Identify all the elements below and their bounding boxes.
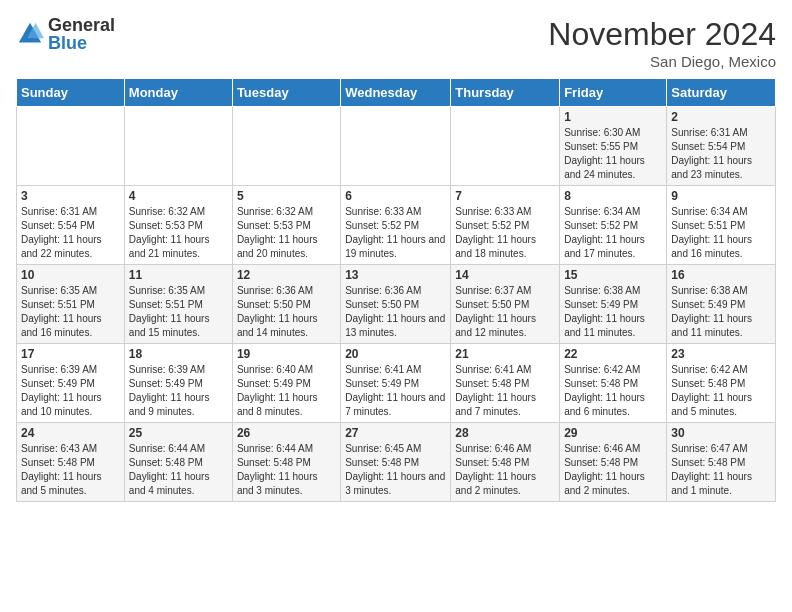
calendar-cell: 5Sunrise: 6:32 AM Sunset: 5:53 PM Daylig… [232,186,340,265]
day-info: Sunrise: 6:30 AM Sunset: 5:55 PM Dayligh… [564,126,662,182]
day-info: Sunrise: 6:44 AM Sunset: 5:48 PM Dayligh… [129,442,228,498]
day-info: Sunrise: 6:39 AM Sunset: 5:49 PM Dayligh… [129,363,228,419]
day-info: Sunrise: 6:31 AM Sunset: 5:54 PM Dayligh… [671,126,771,182]
calendar-cell: 16Sunrise: 6:38 AM Sunset: 5:49 PM Dayli… [667,265,776,344]
calendar-cell: 3Sunrise: 6:31 AM Sunset: 5:54 PM Daylig… [17,186,125,265]
day-info: Sunrise: 6:42 AM Sunset: 5:48 PM Dayligh… [564,363,662,419]
day-info: Sunrise: 6:32 AM Sunset: 5:53 PM Dayligh… [129,205,228,261]
day-info: Sunrise: 6:45 AM Sunset: 5:48 PM Dayligh… [345,442,446,498]
day-number: 4 [129,189,228,203]
location: San Diego, Mexico [548,53,776,70]
calendar-cell: 4Sunrise: 6:32 AM Sunset: 5:53 PM Daylig… [124,186,232,265]
calendar-header-wednesday: Wednesday [341,79,451,107]
day-info: Sunrise: 6:34 AM Sunset: 5:51 PM Dayligh… [671,205,771,261]
day-number: 12 [237,268,336,282]
calendar-week-3: 10Sunrise: 6:35 AM Sunset: 5:51 PM Dayli… [17,265,776,344]
calendar-cell: 9Sunrise: 6:34 AM Sunset: 5:51 PM Daylig… [667,186,776,265]
day-number: 30 [671,426,771,440]
calendar-header-monday: Monday [124,79,232,107]
calendar-header-row: SundayMondayTuesdayWednesdayThursdayFrid… [17,79,776,107]
day-number: 2 [671,110,771,124]
calendar-cell: 18Sunrise: 6:39 AM Sunset: 5:49 PM Dayli… [124,344,232,423]
calendar-cell: 28Sunrise: 6:46 AM Sunset: 5:48 PM Dayli… [451,423,560,502]
logo-blue-text: Blue [48,34,115,52]
day-number: 23 [671,347,771,361]
logo-icon [16,20,44,48]
day-number: 28 [455,426,555,440]
calendar-cell: 20Sunrise: 6:41 AM Sunset: 5:49 PM Dayli… [341,344,451,423]
day-number: 27 [345,426,446,440]
day-number: 17 [21,347,120,361]
calendar-cell: 14Sunrise: 6:37 AM Sunset: 5:50 PM Dayli… [451,265,560,344]
day-info: Sunrise: 6:47 AM Sunset: 5:48 PM Dayligh… [671,442,771,498]
day-number: 3 [21,189,120,203]
day-info: Sunrise: 6:36 AM Sunset: 5:50 PM Dayligh… [237,284,336,340]
calendar-cell: 26Sunrise: 6:44 AM Sunset: 5:48 PM Dayli… [232,423,340,502]
month-title: November 2024 [548,16,776,53]
calendar-cell: 17Sunrise: 6:39 AM Sunset: 5:49 PM Dayli… [17,344,125,423]
day-info: Sunrise: 6:43 AM Sunset: 5:48 PM Dayligh… [21,442,120,498]
day-info: Sunrise: 6:41 AM Sunset: 5:48 PM Dayligh… [455,363,555,419]
calendar-cell: 7Sunrise: 6:33 AM Sunset: 5:52 PM Daylig… [451,186,560,265]
day-number: 25 [129,426,228,440]
calendar-header-thursday: Thursday [451,79,560,107]
day-info: Sunrise: 6:37 AM Sunset: 5:50 PM Dayligh… [455,284,555,340]
calendar-cell: 30Sunrise: 6:47 AM Sunset: 5:48 PM Dayli… [667,423,776,502]
day-number: 16 [671,268,771,282]
calendar-table: SundayMondayTuesdayWednesdayThursdayFrid… [16,78,776,502]
logo-general-text: General [48,16,115,34]
day-number: 14 [455,268,555,282]
day-number: 19 [237,347,336,361]
day-info: Sunrise: 6:46 AM Sunset: 5:48 PM Dayligh… [455,442,555,498]
day-number: 24 [21,426,120,440]
day-number: 6 [345,189,446,203]
day-number: 8 [564,189,662,203]
day-number: 20 [345,347,446,361]
calendar-cell: 27Sunrise: 6:45 AM Sunset: 5:48 PM Dayli… [341,423,451,502]
calendar-cell: 10Sunrise: 6:35 AM Sunset: 5:51 PM Dayli… [17,265,125,344]
calendar-cell: 22Sunrise: 6:42 AM Sunset: 5:48 PM Dayli… [560,344,667,423]
day-number: 1 [564,110,662,124]
calendar-cell: 6Sunrise: 6:33 AM Sunset: 5:52 PM Daylig… [341,186,451,265]
calendar-cell [341,107,451,186]
day-info: Sunrise: 6:34 AM Sunset: 5:52 PM Dayligh… [564,205,662,261]
calendar-cell: 25Sunrise: 6:44 AM Sunset: 5:48 PM Dayli… [124,423,232,502]
day-info: Sunrise: 6:42 AM Sunset: 5:48 PM Dayligh… [671,363,771,419]
day-info: Sunrise: 6:33 AM Sunset: 5:52 PM Dayligh… [345,205,446,261]
calendar-cell: 11Sunrise: 6:35 AM Sunset: 5:51 PM Dayli… [124,265,232,344]
calendar-header-saturday: Saturday [667,79,776,107]
day-info: Sunrise: 6:35 AM Sunset: 5:51 PM Dayligh… [21,284,120,340]
day-info: Sunrise: 6:32 AM Sunset: 5:53 PM Dayligh… [237,205,336,261]
day-number: 18 [129,347,228,361]
calendar-header-friday: Friday [560,79,667,107]
day-number: 7 [455,189,555,203]
day-info: Sunrise: 6:41 AM Sunset: 5:49 PM Dayligh… [345,363,446,419]
calendar-header-tuesday: Tuesday [232,79,340,107]
calendar-cell [124,107,232,186]
calendar-week-1: 1Sunrise: 6:30 AM Sunset: 5:55 PM Daylig… [17,107,776,186]
calendar-cell: 21Sunrise: 6:41 AM Sunset: 5:48 PM Dayli… [451,344,560,423]
day-number: 26 [237,426,336,440]
day-info: Sunrise: 6:38 AM Sunset: 5:49 PM Dayligh… [671,284,771,340]
day-info: Sunrise: 6:31 AM Sunset: 5:54 PM Dayligh… [21,205,120,261]
page-header: General Blue November 2024 San Diego, Me… [16,16,776,70]
calendar-cell: 8Sunrise: 6:34 AM Sunset: 5:52 PM Daylig… [560,186,667,265]
calendar-header-sunday: Sunday [17,79,125,107]
calendar-cell: 13Sunrise: 6:36 AM Sunset: 5:50 PM Dayli… [341,265,451,344]
calendar-cell: 24Sunrise: 6:43 AM Sunset: 5:48 PM Dayli… [17,423,125,502]
day-number: 22 [564,347,662,361]
day-number: 15 [564,268,662,282]
day-number: 5 [237,189,336,203]
day-number: 10 [21,268,120,282]
calendar-week-5: 24Sunrise: 6:43 AM Sunset: 5:48 PM Dayli… [17,423,776,502]
calendar-cell: 15Sunrise: 6:38 AM Sunset: 5:49 PM Dayli… [560,265,667,344]
day-info: Sunrise: 6:33 AM Sunset: 5:52 PM Dayligh… [455,205,555,261]
day-info: Sunrise: 6:35 AM Sunset: 5:51 PM Dayligh… [129,284,228,340]
calendar-cell: 19Sunrise: 6:40 AM Sunset: 5:49 PM Dayli… [232,344,340,423]
day-info: Sunrise: 6:36 AM Sunset: 5:50 PM Dayligh… [345,284,446,340]
day-info: Sunrise: 6:46 AM Sunset: 5:48 PM Dayligh… [564,442,662,498]
calendar-cell: 12Sunrise: 6:36 AM Sunset: 5:50 PM Dayli… [232,265,340,344]
calendar-cell [17,107,125,186]
day-info: Sunrise: 6:39 AM Sunset: 5:49 PM Dayligh… [21,363,120,419]
day-number: 21 [455,347,555,361]
